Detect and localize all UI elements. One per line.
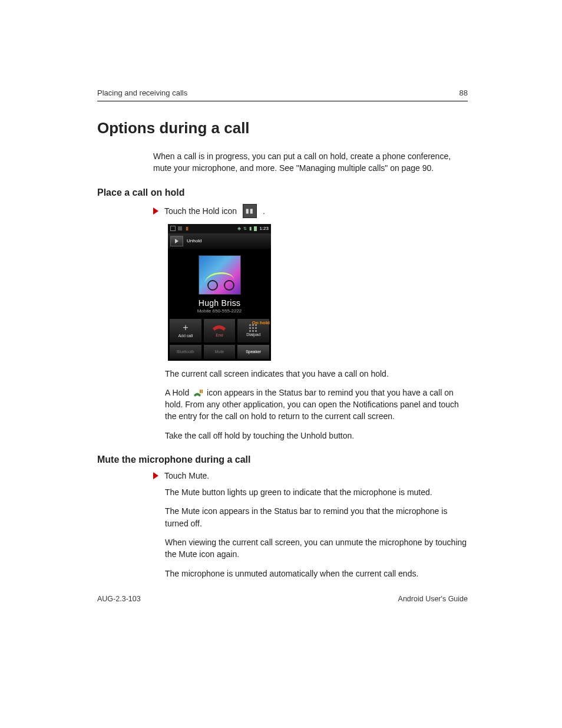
status-hold-icon: ⏸ xyxy=(184,226,190,232)
header-section: Placing and receiving calls xyxy=(97,88,187,97)
status-notif-icon xyxy=(170,226,176,231)
footer-left: AUG-2.3-103 xyxy=(97,595,141,603)
bluetooth-button[interactable]: Bluetooth xyxy=(169,344,202,360)
mute-step-text: Touch Mute. xyxy=(164,471,209,480)
contact-name: Hugh Briss xyxy=(199,298,240,308)
intro-paragraph: When a call is in progress, you can put … xyxy=(153,150,468,174)
status-bar: ⏸ ◈ ⇅ ▮ 1:23 xyxy=(168,224,271,233)
phone-screenshot: ⏸ ◈ ⇅ ▮ 1:23 Unhold On hold Hugh Briss M… xyxy=(168,224,271,361)
svg-rect-0 xyxy=(200,390,201,393)
status-signal-icon: ▮ xyxy=(249,226,252,231)
mute-p1: The Mute button lights up green to indic… xyxy=(165,486,468,498)
status-battery-icon xyxy=(254,226,257,231)
running-header: Placing and receiving calls 88 xyxy=(97,88,468,101)
unhold-label: Unhold xyxy=(187,238,201,243)
speaker-button[interactable]: Speaker xyxy=(237,344,270,360)
play-icon xyxy=(175,239,178,243)
step-text: Touch the Hold icon xyxy=(164,206,237,216)
hangup-icon xyxy=(211,324,227,332)
pause-icon: ▮▮ xyxy=(243,204,257,218)
onhold-badge: On hold xyxy=(252,320,270,325)
status-gps-icon: ◈ xyxy=(237,226,241,231)
step-mute: Touch Mute. xyxy=(153,471,468,480)
hold-status-icon xyxy=(193,388,203,398)
triangle-bullet-icon xyxy=(153,472,158,479)
section-heading-hold: Place a call on hold xyxy=(97,187,468,198)
triangle-bullet-icon xyxy=(153,207,158,215)
mute-button[interactable]: Mute xyxy=(203,344,236,360)
end-button[interactable]: End xyxy=(203,318,236,343)
section-heading-mute: Mute the microphone during a call xyxy=(97,454,468,465)
mute-p2: The Mute icon appears in the Status bar … xyxy=(165,505,468,529)
mute-p3: When viewing the current call screen, yo… xyxy=(165,536,468,561)
hold-para3: Take the call off hold by touching the U… xyxy=(165,430,468,442)
contact-photo xyxy=(199,255,241,295)
step-hold: Touch the Hold icon ▮▮ . xyxy=(153,204,468,218)
svg-rect-1 xyxy=(201,390,203,393)
unhold-button[interactable] xyxy=(170,236,183,246)
footer-right: Android User's Guide xyxy=(398,595,468,603)
step-after: . xyxy=(263,206,265,216)
unhold-row[interactable]: Unhold xyxy=(168,233,271,249)
hold-para1: The current call screen indicates that y… xyxy=(165,368,468,380)
contact-number: Mobile 650-555-2222 xyxy=(197,308,242,314)
contact-area: On hold Hugh Briss Mobile 650-555-2222 xyxy=(168,249,271,317)
addcall-button[interactable]: + Add call xyxy=(169,318,202,343)
status-app-icon xyxy=(178,226,182,230)
hold-para2: A Hold icon appears in the Status bar to… xyxy=(165,387,468,423)
page-title: Options during a call xyxy=(97,119,468,137)
doc-footer: AUG-2.3-103 Android User's Guide xyxy=(97,595,468,603)
plus-icon: + xyxy=(183,323,188,332)
mute-p4: The microphone is unmuted automatically … xyxy=(165,568,468,579)
header-page-number: 88 xyxy=(459,88,468,97)
status-time: 1:23 xyxy=(259,226,269,231)
dialpad-icon xyxy=(249,324,258,331)
status-3g-icon: ⇅ xyxy=(243,226,247,231)
